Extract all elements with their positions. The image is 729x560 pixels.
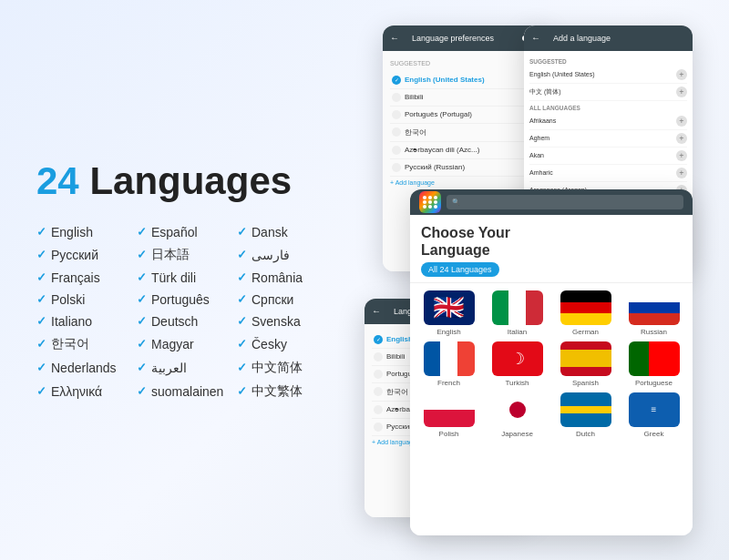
flag-label: Turkish <box>506 379 529 387</box>
lang-label: Svenska <box>252 314 301 329</box>
main-title: 24 Languages <box>36 160 328 202</box>
lang-label: suomalainen <box>151 384 223 399</box>
table-row[interactable]: 中文 (简体) + <box>529 84 687 101</box>
add-icon[interactable]: + <box>676 150 687 161</box>
table-row[interactable]: Bilibili <box>390 89 544 107</box>
flag-item-italian[interactable]: Italian <box>486 290 549 336</box>
add-icon[interactable]: + <box>676 69 687 80</box>
flag-label: Spanish <box>572 379 599 387</box>
main-container: 24 Languages ✓ English ✓ Español ✓ Dansk… <box>0 0 729 560</box>
check-icon: ✓ <box>137 292 147 306</box>
add-icon[interactable]: + <box>676 133 687 144</box>
lang-label: 日本語 <box>151 247 190 263</box>
flag-item-japanese[interactable]: Japanese <box>486 392 549 438</box>
table-row[interactable]: Akan + <box>529 148 687 165</box>
list-item: ✓ Magyar <box>137 336 228 352</box>
section-header: SUGGESTED <box>390 58 544 68</box>
list-item: ✓ English <box>36 225 128 239</box>
check-icon: ✓ <box>36 270 46 284</box>
flag-label: Russian <box>641 328 667 336</box>
radio-icon <box>374 387 383 396</box>
lang-text: Português (Portugal) <box>405 110 542 118</box>
flag-item-portuguese[interactable]: Portuguese <box>622 341 685 387</box>
flag-japanese <box>492 392 543 427</box>
lang-label: Deutsch <box>151 314 198 329</box>
flag-item-russian[interactable]: Russian <box>622 290 685 336</box>
dot <box>423 200 426 204</box>
flag-france <box>424 341 475 376</box>
lang-text: Akan <box>529 152 673 158</box>
table-row[interactable]: Русский (Russian) <box>390 159 544 177</box>
flag-spain <box>560 341 611 376</box>
check-icon: ✓ <box>36 361 46 374</box>
list-item: ✓ Deutsch <box>137 314 228 329</box>
table-row[interactable]: English (United States) + <box>529 66 687 84</box>
add-icon[interactable]: + <box>676 168 687 178</box>
choose-lang-title-line2: Language <box>421 241 682 259</box>
flag-uk: 🇬🇧 <box>424 290 475 325</box>
flag-item-greek[interactable]: ≡ Greek <box>622 392 685 438</box>
main-phone-content: Choose Your Language All 24 Languages 🇬🇧… <box>410 215 693 535</box>
list-item: ✓ Ελληνικά <box>36 383 128 400</box>
table-row[interactable]: 한국어 <box>390 124 544 142</box>
flag-portugal <box>629 341 680 376</box>
list-item: ✓ Türk dili <box>137 270 228 285</box>
add-language-button[interactable]: + Add language <box>390 177 544 188</box>
lang-text: 한국어 <box>405 127 542 137</box>
phone-header-title: Add a language <box>553 34 611 43</box>
back-arrow-icon: ← <box>390 33 399 43</box>
flag-item-dutch[interactable]: Dutch <box>554 392 617 438</box>
list-item: ✓ Nederlands <box>36 360 128 376</box>
lang-label: Српски <box>252 292 293 307</box>
table-row[interactable]: Português (Portugal) <box>390 107 544 124</box>
flag-item-spanish[interactable]: Spanish <box>554 341 617 387</box>
flag-item-english[interactable]: 🇬🇧 English <box>417 290 480 336</box>
check-icon: ✓ <box>237 248 247 261</box>
lang-text: Amharic <box>529 169 673 176</box>
lang-label: Русский <box>51 248 98 262</box>
radio-icon <box>392 146 401 155</box>
flag-item-french[interactable]: French <box>417 341 480 387</box>
search-bar[interactable]: 🔍 <box>447 195 683 209</box>
flag-label: Greek <box>644 430 664 438</box>
radio-icon <box>392 93 401 102</box>
list-item: ✓ Italiano <box>36 314 128 329</box>
table-row[interactable]: Azərbaycan dili (Azc...) <box>390 142 544 159</box>
lang-label: فارسی <box>252 248 290 262</box>
all-languages-button[interactable]: All 24 Languages <box>421 262 499 277</box>
add-icon[interactable]: + <box>676 116 687 127</box>
add-icon[interactable]: + <box>676 87 687 97</box>
flag-label: Japanese <box>501 430 533 438</box>
flag-turkey: ☽ <box>492 341 543 376</box>
radio-icon <box>374 405 383 414</box>
list-item: ✓ 中文繁体 <box>237 383 328 400</box>
flag-label: Italian <box>508 328 527 336</box>
lang-label: România <box>252 270 303 285</box>
table-row[interactable]: Afrikaans + <box>529 113 687 130</box>
check-icon: ✓ <box>392 76 401 85</box>
check-icon: ✓ <box>36 337 46 351</box>
table-row[interactable]: Aghem + <box>529 130 687 148</box>
lang-label: Nederlands <box>51 361 117 375</box>
search-placeholder: 🔍 <box>452 199 460 206</box>
flag-label: French <box>437 379 460 387</box>
table-row[interactable]: ✓ English (United States) <box>390 72 544 89</box>
check-icon: ✓ <box>237 337 247 351</box>
table-row[interactable]: Amharic + <box>529 165 687 182</box>
check-icon: ✓ <box>237 314 247 328</box>
flag-item-turkish[interactable]: ☽ Turkish <box>486 341 549 387</box>
list-item: ✓ Polski <box>36 292 128 307</box>
lang-text: Azərbaycan dili (Azc...) <box>405 146 542 154</box>
lang-label: Magyar <box>151 337 194 351</box>
lang-label: Español <box>151 225 198 239</box>
check-icon: ✓ <box>137 384 147 398</box>
list-item: ✓ 日本語 <box>137 247 228 263</box>
radio-icon <box>374 423 383 432</box>
list-item: ✓ Dansk <box>237 225 328 239</box>
flag-item-polish[interactable]: Polish <box>417 392 480 438</box>
dots-grid <box>423 196 438 209</box>
app-icon <box>419 191 441 213</box>
check-icon: ✓ <box>137 270 147 284</box>
flag-label: German <box>572 328 599 336</box>
flag-item-german[interactable]: German <box>554 290 617 336</box>
